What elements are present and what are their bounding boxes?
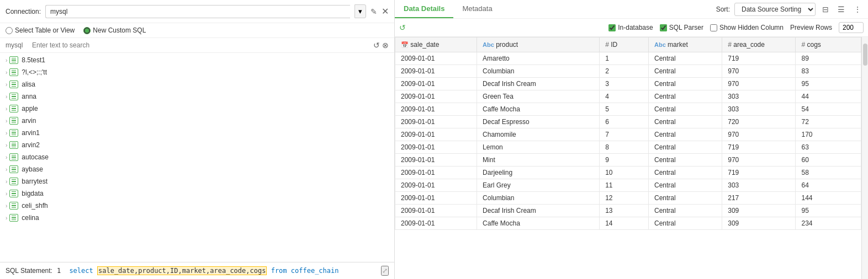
columns-button[interactable]: ☰ [835, 4, 847, 15]
search-input[interactable] [30, 40, 371, 50]
table-icon [9, 141, 18, 149]
close-icon: ✕ [382, 7, 389, 16]
table-name: 8.5test1 [22, 56, 45, 64]
cell-cogs: 63 [796, 141, 861, 154]
table-row: 2009-01-01 Decaf Irish Cream 3 Central 9… [395, 78, 861, 90]
cell-cogs: 58 [796, 167, 861, 179]
table-name: barrytest [22, 178, 47, 185]
radio-custom-sql[interactable]: New Custom SQL [83, 26, 146, 34]
table-list-item[interactable]: › alisa [0, 78, 394, 90]
sql-code-display: select sale_date,product,ID,market,area_… [69, 267, 338, 275]
search-db-label: mysql [6, 41, 28, 49]
table-list-item[interactable]: › autocase [0, 151, 394, 163]
table-list-item[interactable]: › anna [0, 90, 394, 103]
tab-data-details[interactable]: Data Details [395, 0, 453, 18]
show-hidden-option[interactable]: Show Hidden Column [710, 24, 784, 31]
radio-select-table[interactable]: Select Table or View [6, 26, 75, 34]
search-clear-button[interactable]: ⊗ [382, 41, 389, 50]
sql-columns-highlight: sale_date,product,ID,market,area_code,co… [97, 266, 267, 275]
table-list-item[interactable]: › aybase [0, 163, 394, 175]
table-list-item[interactable]: › arvin [0, 115, 394, 127]
table-list-item[interactable]: › 8.5test1 [0, 54, 394, 66]
filter-button[interactable]: ⊟ [820, 4, 831, 15]
cell-area-code: 719 [722, 141, 796, 154]
table-list-item[interactable]: › ?l,<>;:;'tt [0, 66, 394, 78]
cell-product: Columbian [477, 192, 600, 205]
connection-dropdown-button[interactable]: ▾ [354, 4, 366, 18]
refresh-data-button[interactable]: ↺ [399, 23, 406, 32]
preview-count-input[interactable] [839, 22, 864, 33]
sql-line-number: 1 [57, 267, 65, 275]
connection-close-button[interactable]: ✕ [382, 6, 389, 17]
table-list-item[interactable]: › apple [0, 103, 394, 115]
hash-type-icon-id: # [605, 41, 609, 49]
cell-sale-date: 2009-01-01 [395, 103, 477, 116]
table-list-item[interactable]: › celina [0, 212, 394, 224]
cell-cogs: 234 [796, 217, 861, 230]
table-list-item[interactable]: › celi_shfh [0, 200, 394, 212]
abc-type-icon: Abc [483, 41, 494, 48]
cell-id: 4 [600, 90, 649, 103]
cell-product: Decaf Espresso [477, 116, 600, 128]
vertical-scrollbar[interactable] [861, 37, 868, 279]
table-list-item[interactable]: › bigdata [0, 187, 394, 200]
table-name: bigdata [22, 190, 43, 197]
table-name: celi_shfh [22, 202, 47, 210]
cell-sale-date: 2009-01-01 [395, 116, 477, 128]
table-name: autocase [22, 153, 49, 161]
cell-sale-date: 2009-01-01 [395, 52, 477, 65]
sort-select[interactable]: Data Source Sorting [734, 3, 816, 16]
sql-label: SQL Statement: [6, 267, 52, 275]
col-header-area-code[interactable]: # area_code [722, 37, 796, 52]
table-row: 2009-01-01 Caffe Mocha 5 Central 303 54 [395, 103, 861, 116]
data-toolbar: ↺ In-database SQL Parser Show Hidden Col… [395, 19, 868, 37]
col-header-market[interactable]: Abc market [648, 37, 722, 52]
sql-parser-option[interactable]: SQL Parser [660, 24, 703, 31]
table-list-item[interactable]: › barrytest [0, 175, 394, 187]
cell-sale-date: 2009-01-01 [395, 65, 477, 78]
table-icon [9, 68, 18, 76]
in-database-option[interactable]: In-database [608, 24, 653, 31]
connection-label: Connection: [6, 8, 41, 15]
data-table: 📅 sale_date Abc product # ID Abc market [395, 37, 861, 230]
table-list-item[interactable]: › arvin2 [0, 139, 394, 151]
cell-id: 6 [600, 116, 649, 128]
cell-area-code: 303 [722, 90, 796, 103]
col-header-product[interactable]: Abc product [477, 37, 600, 52]
cell-sale-date: 2009-01-01 [395, 167, 477, 179]
cell-product: Columbian [477, 65, 600, 78]
date-type-icon: 📅 [401, 41, 409, 48]
tab-metadata[interactable]: Metadata [453, 0, 501, 18]
columns-icon: ☰ [838, 5, 845, 14]
refresh-icon: ↺ [373, 41, 380, 50]
search-refresh-button[interactable]: ↺ [373, 41, 380, 50]
chevron-right-icon: › [6, 57, 7, 63]
in-database-label: In-database [618, 24, 653, 31]
col-header-id[interactable]: # ID [600, 37, 649, 52]
cell-sale-date: 2009-01-01 [395, 217, 477, 230]
chevron-right-icon: › [6, 106, 7, 112]
cell-id: 10 [600, 167, 649, 179]
left-panel: Connection: ▾ ✎ ✕ Select Table or View N… [0, 0, 395, 279]
cell-sale-date: 2009-01-01 [395, 154, 477, 167]
table-row: 2009-01-01 Earl Grey 11 Central 303 64 [395, 179, 861, 192]
more-button[interactable]: ⋮ [851, 4, 864, 15]
data-table-container[interactable]: 📅 sale_date Abc product # ID Abc market [395, 37, 861, 279]
connection-input[interactable] [45, 5, 350, 18]
cell-market: Central [648, 128, 722, 141]
sql-expand-button[interactable]: ⤢ [381, 266, 389, 276]
expand-icon: ⤢ [382, 267, 388, 275]
table-name: celina [22, 214, 39, 222]
table-list-item[interactable]: › arvin1 [0, 127, 394, 139]
table-icon [9, 202, 18, 210]
radio-custom-label: New Custom SQL [93, 26, 146, 34]
col-header-cogs[interactable]: # cogs [796, 37, 861, 52]
cell-market: Central [648, 65, 722, 78]
table-row: 2009-01-01 Chamomile 7 Central 970 170 [395, 128, 861, 141]
cell-sale-date: 2009-01-01 [395, 205, 477, 217]
scrollbar-thumb[interactable] [863, 44, 867, 66]
cell-area-code: 970 [722, 78, 796, 90]
connection-edit-button[interactable]: ✎ [371, 7, 377, 16]
cell-id: 8 [600, 141, 649, 154]
col-header-sale-date[interactable]: 📅 sale_date [395, 37, 477, 52]
